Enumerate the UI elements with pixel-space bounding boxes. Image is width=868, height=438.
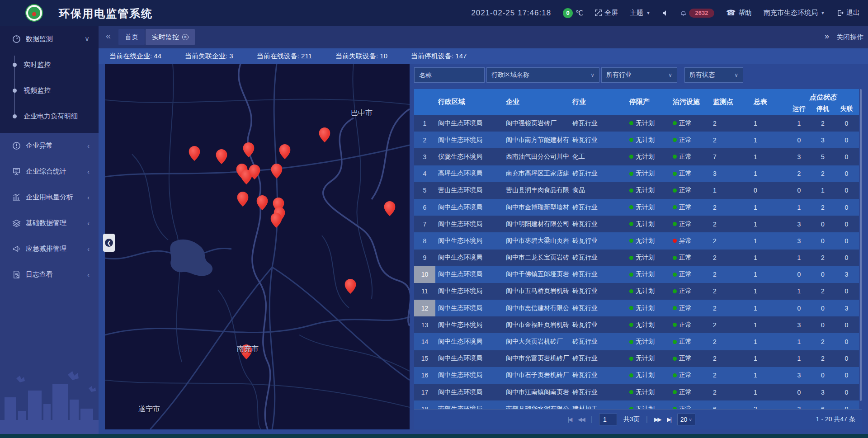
cell-running: 3 xyxy=(787,316,811,333)
map-pin-icon[interactable] xyxy=(345,279,356,294)
help-button[interactable]: ☎ 帮助 xyxy=(726,8,752,18)
sidebar-subitem-2[interactable]: 企业电力负荷明细 xyxy=(0,104,99,129)
sidebar-subitem-0[interactable]: 实时监控 xyxy=(0,52,99,78)
map-pin-icon[interactable] xyxy=(237,192,249,207)
table-row[interactable]: 1阆中生态环境局阆中强锐页岩砖厂砖瓦行业无计划正常21120 xyxy=(414,115,859,132)
col-header-4[interactable]: 治污设施 xyxy=(670,89,710,115)
col-header-5[interactable]: 监测点 xyxy=(710,89,751,115)
table-row[interactable]: 2阆中生态环境局阆中市南方节能建材有砖瓦行业无计划正常21030 xyxy=(414,132,859,148)
sidebar-item-label: 基础数据管理 xyxy=(26,219,66,227)
cell-facility-status: 异常 xyxy=(670,232,710,249)
tabs-scroll-right-icon[interactable]: » xyxy=(825,32,829,41)
status-dot-icon xyxy=(673,138,677,142)
table-row[interactable]: 7阆中生态环境局阆中明阳建材有限公司砖瓦行业无计划正常21300 xyxy=(414,216,859,232)
cell-stop-status: 无计划 xyxy=(627,316,670,333)
map-pin-icon[interactable] xyxy=(216,149,227,164)
table-row[interactable]: 6阆中生态环境局阆中市金博瑞新型墙材砖瓦行业无计划正常21120 xyxy=(414,199,859,216)
prev-page-icon[interactable]: ◀◀ xyxy=(578,416,584,423)
map-pin-icon[interactable] xyxy=(243,142,255,157)
alarm-counter[interactable]: 2632 xyxy=(680,9,714,18)
cell-industry: 砖瓦行业 xyxy=(570,132,627,148)
table-row[interactable]: 11阆中生态环境局阆中市五马桥页岩机砖砖瓦行业无计划正常21120 xyxy=(414,283,859,300)
tab-realtime-monitor[interactable]: 实时监控 ✕ xyxy=(146,29,195,45)
tab-bar: « 首页 实时监控 ✕ » 关闭操作 xyxy=(99,26,868,48)
map-canvas[interactable]: 巴中市南充市遂宁市 xyxy=(105,64,410,429)
col-subheader-1[interactable]: 停机 xyxy=(811,103,834,115)
cell-index: 7 xyxy=(414,216,435,232)
col-header-6[interactable]: 总表 xyxy=(751,89,787,115)
last-page-icon[interactable]: ▶| xyxy=(667,416,670,423)
sidebar-item-1[interactable]: 企业异常‹ xyxy=(0,133,99,159)
org-menu-button[interactable]: 南充市生态环境局 ▼ xyxy=(764,9,825,17)
cell-monitor-points: 2 xyxy=(710,283,751,300)
page-number-input[interactable]: 1 xyxy=(599,414,617,425)
cell-disconnected: 0 xyxy=(834,216,859,232)
cell-stop-status: 无计划 xyxy=(627,148,670,165)
next-page-icon[interactable]: ▶▶ xyxy=(654,416,660,423)
table-row[interactable]: 4高坪生态环境局南充市高坪区王家店建砖瓦行业无计划正常31220 xyxy=(414,165,859,182)
table-row[interactable]: 15阆中生态环境局阆中市光富页岩机砖厂砖瓦行业无计划正常21120 xyxy=(414,350,859,367)
sidebar-item-3[interactable]: 企业用电量分析‹ xyxy=(0,184,99,210)
col-header-index xyxy=(414,89,435,115)
cell-region: 阆中生态环境局 xyxy=(435,300,503,316)
table-row[interactable]: 12阆中生态环境局阆中市忠信建材有限公砖瓦行业无计划正常21003 xyxy=(414,300,859,316)
status-select[interactable]: 所有状态 ∨ xyxy=(684,67,743,83)
map-pin-icon[interactable] xyxy=(189,146,200,161)
sidebar-item-4[interactable]: 基础数据管理‹ xyxy=(0,210,99,236)
table-row[interactable]: 13阆中生态环境局阆中市金福旺页岩机砖砖瓦行业无计划正常21300 xyxy=(414,316,859,333)
map-pin-icon[interactable] xyxy=(271,213,282,228)
close-icon[interactable]: ✕ xyxy=(182,34,189,40)
cell-facility-status: 正常 xyxy=(670,367,710,384)
map-pin-icon[interactable] xyxy=(257,195,268,210)
table-row[interactable]: 9阆中生态环境局阆中市二龙长宝页岩砖砖瓦行业无计划正常21120 xyxy=(414,250,859,266)
industry-select[interactable]: 所有行业 ∨ xyxy=(601,67,677,83)
tab-home[interactable]: 首页 xyxy=(118,29,145,45)
col-header-2[interactable]: 行业 xyxy=(570,89,627,115)
col-header-0[interactable]: 行政区域 xyxy=(435,89,503,115)
map-pin-icon[interactable] xyxy=(249,165,260,179)
fullscreen-label: 全屏 xyxy=(604,9,618,17)
sidebar-item-5[interactable]: 应急减排管理‹ xyxy=(0,236,99,262)
sidebar-item-label: 企业综合统计 xyxy=(26,167,66,176)
col-subheader-2[interactable]: 失联 xyxy=(834,103,859,115)
table-row[interactable]: 17阆中生态环境局阆中市江南镇阆南页岩砖瓦行业无计划正常21030 xyxy=(414,384,859,400)
mute-button[interactable] xyxy=(662,10,669,16)
region-select[interactable]: 行政区域名称 ∨ xyxy=(486,67,599,83)
table-row[interactable]: 10阆中生态环境局阆中千佛镇五郎垭页岩砖瓦行业无计划正常21003 xyxy=(414,266,859,283)
map-pin-icon[interactable] xyxy=(279,144,291,159)
table-row[interactable]: 8阆中生态环境局阆中市枣碧大梁山页岩砖瓦行业无计划异常21300 xyxy=(414,232,859,249)
sidebar-item-6[interactable]: 日志查看‹ xyxy=(0,262,99,287)
page-size-select[interactable]: 20 ∨ xyxy=(677,414,695,425)
map-pin-icon[interactable] xyxy=(319,127,330,142)
cell-stopped: 0 xyxy=(811,266,834,283)
name-search-input[interactable] xyxy=(414,67,485,83)
logout-button[interactable]: 退出 xyxy=(837,9,860,17)
tabs-scroll-left-icon[interactable]: « xyxy=(106,31,111,41)
table-row[interactable]: 5营山生态环境局营山县润丰肉食品有限食品无计划正常10010 xyxy=(414,182,859,199)
cell-monitor-points: 2 xyxy=(710,266,751,283)
table-scrollbar[interactable] xyxy=(860,89,862,401)
cell-total-meters: 1 xyxy=(751,384,787,400)
close-operations-button[interactable]: 关闭操作 xyxy=(836,33,863,42)
col-subheader-0[interactable]: 运行 xyxy=(787,103,811,115)
col-header-1[interactable]: 企业 xyxy=(503,89,570,115)
pagination-summary: 1 - 20 共47 条 xyxy=(816,415,855,424)
sidebar-subitem-1[interactable]: 视频监控 xyxy=(0,78,99,104)
sidebar-collapse-handle[interactable]: ❮ xyxy=(103,234,115,252)
theme-menu-button[interactable]: 主题 ▼ xyxy=(630,9,651,17)
table-row[interactable]: 14阆中生态环境局阆中大兴页岩机砖厂砖瓦行业无计划正常21120 xyxy=(414,333,859,350)
cell-total-meters: 1 xyxy=(751,300,787,316)
table-row[interactable]: 16阆中生态环境局阆中市石子页岩机砖厂砖瓦行业无计划正常21300 xyxy=(414,367,859,384)
cell-running: 1 xyxy=(787,115,811,132)
sidebar-item-2[interactable]: 企业综合统计‹ xyxy=(0,159,99,184)
cell-total-meters: 1 xyxy=(751,115,787,132)
map-pin-icon[interactable] xyxy=(384,201,396,216)
table-row[interactable]: 3仪陇生态环境局西南油气田分公司川中化工无计划正常71350 xyxy=(414,148,859,165)
col-header-3[interactable]: 停限产 xyxy=(627,89,670,115)
map-pin-icon[interactable] xyxy=(271,164,283,179)
sidebar-item-0[interactable]: 数据监测∨ xyxy=(0,26,99,52)
fullscreen-button[interactable]: 全屏 xyxy=(595,9,618,17)
cell-total-meters: 1 xyxy=(751,216,787,232)
first-page-icon[interactable]: |◀ xyxy=(568,416,571,423)
status-dot-icon xyxy=(673,357,677,361)
